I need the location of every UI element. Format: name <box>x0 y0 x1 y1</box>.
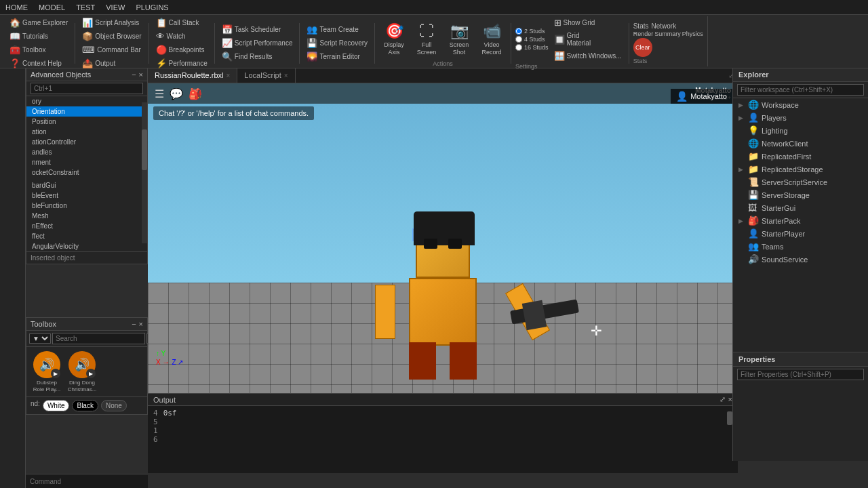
list-item[interactable]: Orientation <box>26 106 147 117</box>
radio-2-studs[interactable]: 2 Studs <box>515 28 549 35</box>
toolbox-title: Toolbox <box>31 320 56 328</box>
btn-performance[interactable]: ⚡ Performance <box>153 57 210 70</box>
list-item[interactable]: AngularVelocity <box>26 241 147 251</box>
tab-close-btn[interactable]: × <box>226 72 231 79</box>
tree-item-starter-pack[interactable]: ▶ 🎒 StarterPack <box>733 214 868 227</box>
character-body <box>389 244 497 380</box>
tab-close-btn[interactable]: × <box>284 72 288 79</box>
btn-tutorials[interactable]: 📖 Tutorials <box>7 30 71 43</box>
command-bar-icon: ⌨ <box>82 45 95 55</box>
btn-breakpoints[interactable]: 🔴 Breakpoints <box>153 43 210 56</box>
tree-item-players[interactable]: ▶ 👤 Players <box>733 111 868 124</box>
btn-script-recovery[interactable]: 💾 Script Recovery <box>304 37 370 49</box>
properties-search-input[interactable] <box>737 369 864 380</box>
filter-black[interactable]: Black <box>72 400 98 411</box>
btn-grid-material[interactable]: 🔲 GridMaterial <box>551 30 625 48</box>
tree-item-starter-gui[interactable]: 🖼 StarterGui <box>733 201 868 214</box>
menu-home[interactable]: HOME <box>5 3 28 12</box>
tree-item-server-storage[interactable]: 💾 ServerStorage <box>733 188 868 201</box>
btn-command-bar[interactable]: ⌨ Command Bar <box>79 43 144 56</box>
tree-item-sound-service[interactable]: 🔊 SoundService <box>733 253 868 266</box>
btn-team-create[interactable]: 👥 Team Create <box>304 23 370 36</box>
explorer-tree: ▶ 🌐 Workspace ▶ 👤 Players 💡 Lighting 🌐 N… <box>733 98 868 352</box>
adv-objects-close[interactable]: × <box>139 70 143 79</box>
explorer-search-input[interactable] <box>737 84 864 96</box>
btn-toolbox[interactable]: 🧰 Toolbox <box>7 43 71 56</box>
btn-script-analysis[interactable]: 📊 Script Analysis <box>79 16 144 29</box>
radio-16-studs[interactable]: 16 Studs <box>515 44 549 51</box>
btn-full-screen[interactable]: ⛶ FullScreen <box>412 19 441 60</box>
tree-item-workspace[interactable]: ▶ 🌐 Workspace <box>733 98 868 111</box>
play-button[interactable]: ▶ <box>86 369 96 378</box>
list-item[interactable]: ationController <box>26 137 147 147</box>
menu-plugins[interactable]: PLUGINS <box>136 3 168 12</box>
tree-item-server-script-service[interactable]: 📜 ServerScriptService <box>733 176 868 188</box>
user-badge: 👤 Motakyatto <box>671 89 732 104</box>
tree-item-replicated-first[interactable]: 📁 ReplicatedFirst <box>733 150 868 163</box>
toolbox-search-input[interactable] <box>52 333 145 344</box>
output-expand[interactable]: ⤢ <box>719 395 726 404</box>
tree-item-teams[interactable]: 👥 Teams <box>733 240 868 253</box>
menu-model[interactable]: MODEL <box>39 3 65 12</box>
btn-object-browser[interactable]: 📦 Object Browser <box>79 30 144 43</box>
advanced-objects-panel: Advanced Objects − × ory Orientation Pos… <box>26 68 148 264</box>
list-item[interactable]: nment <box>26 157 147 167</box>
btn-watch[interactable]: 👁 Watch <box>153 30 210 43</box>
tree-item-lighting[interactable]: 💡 Lighting <box>733 124 868 137</box>
adv-objects-minimize[interactable]: − <box>132 70 136 79</box>
chat-icon[interactable]: 💬 <box>170 87 183 100</box>
list-item[interactable]: ory <box>26 96 147 106</box>
filter-white[interactable]: White <box>43 400 70 411</box>
menu-view[interactable]: VIEW <box>106 3 125 12</box>
btn-switch-windows[interactable]: 🪟 Switch Windows... <box>551 49 625 62</box>
btn-video-record[interactable]: 📹 VideoRecord <box>477 19 507 60</box>
properties-side-tab[interactable]: Properties <box>0 15 26 488</box>
list-item[interactable]: nEffect <box>26 221 147 231</box>
list-item[interactable]: Position <box>26 117 147 127</box>
btn-task-scheduler[interactable]: 📅 Task Scheduler <box>219 23 296 36</box>
tree-item-starter-player[interactable]: 👤 StarterPlayer <box>733 227 868 240</box>
toolbox-item-name: Dubstep Role Play... <box>31 380 63 392</box>
btn-output[interactable]: 📤 Output <box>79 57 144 70</box>
btn-show-grid[interactable]: ⊞ Show Grid <box>551 16 625 29</box>
grid-material-icon: 🔲 <box>554 35 565 45</box>
y-axis: ↑ Y <box>156 350 183 357</box>
btn-clear[interactable]: Clear <box>633 38 652 57</box>
btn-game-explorer[interactable]: 🏠 Game Explorer <box>7 16 71 29</box>
radio-4-studs[interactable]: 4 Studs <box>515 36 549 43</box>
list-item[interactable]: bardGui <box>26 180 147 190</box>
starter-gui-icon: 🖼 <box>748 203 759 213</box>
btn-script-performance[interactable]: 📈 Script Performance <box>219 37 296 49</box>
tab-russian-roulette[interactable]: RussianRoulette.rbxl × <box>148 68 237 83</box>
btn-screen-shot[interactable]: 📷 ScreenShot <box>444 19 474 60</box>
menu-icon[interactable]: ☰ <box>155 87 164 100</box>
tree-item-replicated-storage[interactable]: ▶ 📁 ReplicatedStorage <box>733 163 868 176</box>
output-scrollbar-thumb[interactable] <box>727 411 732 425</box>
tab-local-script[interactable]: LocalScript × <box>237 68 295 83</box>
list-item[interactable]: 🔊 ▶ Dubstep Role Play... <box>31 351 63 392</box>
list-item[interactable]: 🔊 ▶ Ding Dong Christmas... <box>66 351 98 392</box>
list-item[interactable]: ation <box>26 127 147 137</box>
list-item[interactable]: Mesh <box>26 211 147 221</box>
command-field[interactable] <box>30 478 144 485</box>
adv-objects-scrollbar-thumb[interactable] <box>142 129 147 170</box>
play-button[interactable]: ▶ <box>51 369 60 378</box>
list-item[interactable]: bleFunction <box>26 201 147 211</box>
inventory-icon[interactable]: 🎒 <box>189 87 202 100</box>
toolbox-minimize[interactable]: − <box>132 320 136 328</box>
filter-none[interactable]: None <box>101 400 127 411</box>
list-item[interactable]: ffect <box>26 231 147 241</box>
btn-context-help[interactable]: ❓ Context Help <box>7 57 71 70</box>
menu-test[interactable]: TEST <box>76 3 95 12</box>
adv-objects-search-input[interactable] <box>31 83 143 94</box>
btn-find-results[interactable]: 🔍 Find Results <box>219 50 296 63</box>
list-item[interactable]: andles <box>26 147 147 157</box>
list-item[interactable]: ocketConstraint <box>26 167 147 178</box>
list-item[interactable]: bleEvent <box>26 190 147 201</box>
toolbox-close[interactable]: × <box>139 320 143 328</box>
toolbox-category-select[interactable]: ▼ <box>29 333 51 344</box>
btn-call-stack[interactable]: 📋 Call Stack <box>153 16 210 29</box>
tree-item-network-client[interactable]: 🌐 NetworkClient <box>733 137 868 150</box>
btn-terrain-editor[interactable]: 🌄 Terrain Editor <box>304 50 370 63</box>
btn-display-axis[interactable]: 🎯 DisplayAxis <box>379 19 409 60</box>
